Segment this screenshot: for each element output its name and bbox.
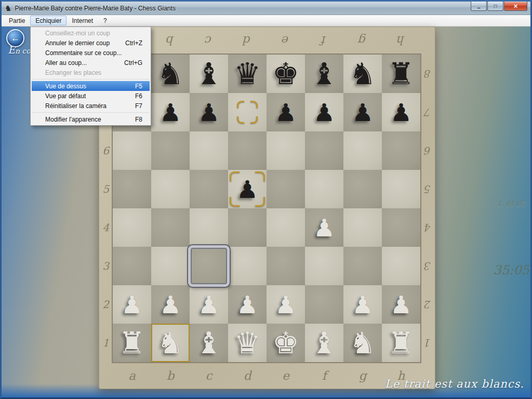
black-pawn-c7[interactable]: ♟ [190,93,228,131]
square-d3[interactable] [228,247,267,285]
square-h4[interactable] [382,208,420,247]
black-pawn-g7[interactable]: ♟ [343,93,382,131]
square-a5[interactable] [113,170,151,208]
square-b8[interactable]: ♞ [151,55,190,93]
white-pawn-c2[interactable]: ♟ [190,285,228,324]
square-a2[interactable]: ♟ [113,285,151,324]
square-d6[interactable] [228,131,267,170]
black-pawn-b7[interactable]: ♟ [151,93,190,131]
square-h3[interactable] [382,247,420,285]
white-pawn-h2[interactable]: ♟ [382,285,420,324]
black-pawn-d5[interactable]: ♟ [228,170,267,208]
square-d7[interactable] [228,93,267,131]
menu-item-reset-camera[interactable]: Réinitialiser la caméraF7 [32,101,150,111]
square-c6[interactable] [190,131,228,170]
white-king-e1[interactable]: ♚ [267,324,305,362]
square-c3[interactable] [190,247,228,285]
square-g4[interactable] [343,208,382,247]
white-pawn-g2[interactable]: ♟ [343,285,382,324]
black-bishop-c8[interactable]: ♝ [190,55,228,93]
square-e7[interactable]: ♟ [267,93,305,131]
square-f6[interactable] [305,131,343,170]
square-g5[interactable] [343,170,382,208]
black-queen-d8[interactable]: ♛ [228,55,267,93]
white-knight-g1[interactable]: ♞ [343,324,382,362]
square-h7[interactable]: ♟ [382,93,420,131]
square-h5[interactable] [382,170,420,208]
white-pawn-e2[interactable]: ♟ [267,285,305,324]
square-h1[interactable]: ♜ [382,324,420,362]
white-rook-h1[interactable]: ♜ [382,324,420,362]
square-a3[interactable] [113,247,151,285]
white-bishop-f1[interactable]: ♝ [305,324,343,362]
menubar-item-echiquier[interactable]: Echiquier [30,16,66,25]
close-button[interactable]: × [504,2,527,11]
square-g2[interactable]: ♟ [343,285,382,324]
square-d2[interactable]: ♟ [228,285,267,324]
square-e2[interactable]: ♟ [267,285,305,324]
black-knight-b8[interactable]: ♞ [151,55,190,93]
square-d4[interactable] [228,208,267,247]
square-h2[interactable]: ♟ [382,285,420,324]
square-f4[interactable]: ♟ [305,208,343,247]
window-titlebar[interactable]: ♞ Pierre-Marie Baty contre Pierre-Marie … [2,2,530,15]
menu-item-default-view[interactable]: Vue par défautF6 [32,91,150,101]
black-pawn-e7[interactable]: ♟ [267,93,305,131]
white-rook-a1[interactable]: ♜ [113,324,151,362]
square-f2[interactable] [305,285,343,324]
menubar-item-help[interactable]: ? [98,16,112,25]
square-c2[interactable]: ♟ [190,285,228,324]
white-knight-b1[interactable]: ♞ [151,324,190,362]
square-f3[interactable] [305,247,343,285]
menubar-item-partie[interactable]: Partie [4,16,30,25]
square-b6[interactable] [151,131,190,170]
square-b5[interactable] [151,170,190,208]
white-pawn-f4[interactable]: ♟ [305,208,343,247]
square-g3[interactable] [343,247,382,285]
square-g7[interactable]: ♟ [343,93,382,131]
black-knight-g8[interactable]: ♞ [343,55,382,93]
menu-item-comment[interactable]: Commentaire sur ce coup... [32,48,150,58]
maximize-button[interactable]: □ [487,2,503,11]
white-bishop-c1[interactable]: ♝ [190,324,228,362]
black-bishop-f8[interactable]: ♝ [305,55,343,93]
square-g1[interactable]: ♞ [343,324,382,362]
black-pawn-h7[interactable]: ♟ [382,93,420,131]
square-e3[interactable] [267,247,305,285]
square-c1[interactable]: ♝ [190,324,228,362]
square-d5[interactable]: ♟ [228,170,267,208]
square-f8[interactable]: ♝ [305,55,343,93]
square-e8[interactable]: ♚ [267,55,305,93]
square-d1[interactable]: ♛ [228,324,267,362]
square-f1[interactable]: ♝ [305,324,343,362]
square-b4[interactable] [151,208,190,247]
square-f5[interactable] [305,170,343,208]
black-pawn-f7[interactable]: ♟ [305,93,343,131]
square-h8[interactable]: ♜ [382,55,420,93]
square-d8[interactable]: ♛ [228,55,267,93]
square-a4[interactable] [113,208,151,247]
square-e4[interactable] [267,208,305,247]
black-king-e8[interactable]: ♚ [267,55,305,93]
menubar-item-internet[interactable]: Internet [66,16,98,25]
square-b2[interactable]: ♟ [151,285,190,324]
square-a1[interactable]: ♜ [113,324,151,362]
menu-item-goto-move[interactable]: Aller au coup...Ctrl+G [32,58,150,68]
app-icon[interactable]: ♞ [5,4,11,12]
square-g8[interactable]: ♞ [343,55,382,93]
square-c5[interactable] [190,170,228,208]
square-a6[interactable] [113,131,151,170]
black-rook-h8[interactable]: ♜ [382,55,420,93]
square-b3[interactable] [151,247,190,285]
square-c7[interactable]: ♟ [190,93,228,131]
menu-item-appearance[interactable]: Modifier l'apparenceF8 [32,114,150,124]
menu-item-undo[interactable]: Annuler le dernier coupCtrl+Z [32,38,150,48]
square-c8[interactable]: ♝ [190,55,228,93]
white-pawn-d2[interactable]: ♟ [228,285,267,324]
white-pawn-b2[interactable]: ♟ [151,285,190,324]
white-queen-d1[interactable]: ♛ [228,324,267,362]
square-b1[interactable]: ♞ [151,324,190,362]
menu-item-top-view[interactable]: Vue de dessusF5 [32,81,150,91]
square-e1[interactable]: ♚ [267,324,305,362]
minimize-button[interactable]: – [471,2,487,11]
